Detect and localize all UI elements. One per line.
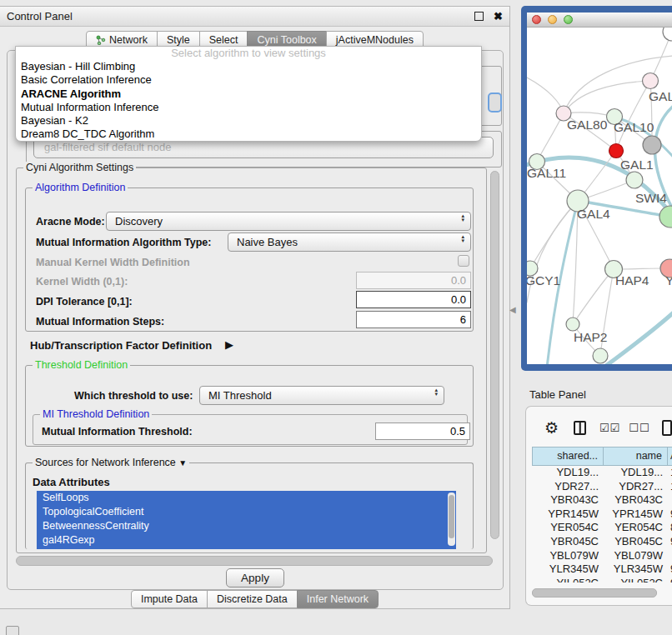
table-row[interactable]: YDL19... YDL19... 13 [532, 466, 672, 480]
table-row[interactable]: YDR27... YDR27... 12 [532, 480, 672, 494]
algorithm-option[interactable]: Basic Correlation Inference [16, 73, 481, 87]
cell: YLR345W [604, 562, 668, 577]
algorithm-option[interactable]: Mutual Information Inference [16, 101, 481, 114]
settings-horizontal-scrollbar-thumb[interactable] [16, 556, 493, 566]
list-item[interactable]: BetweennessCentrality [37, 519, 456, 533]
mi-type-combo[interactable]: Naive Bayes ▴▾ [228, 232, 471, 252]
columns-icon[interactable] [574, 421, 586, 435]
aracne-mode-label: Aracne Mode: [36, 216, 105, 228]
column-header-name[interactable]: name [604, 447, 668, 466]
table-row[interactable]: YIL052C YIL052C 9 [532, 577, 672, 582]
tab-infer-network[interactable]: Infer Network [297, 590, 379, 608]
column-header-partial[interactable]: A [668, 447, 672, 466]
window-zoom-icon[interactable] [564, 15, 573, 24]
cell: YDR27... [532, 480, 604, 494]
table-row[interactable]: YPR145W YPR145W 9. [532, 508, 672, 522]
algorithm-option-selected[interactable]: ARACNE Algorithm [16, 88, 481, 101]
network-view-window: GAL GAL80 GAL10 GAL1 GAL11 SWI4 GAL4 GCY… [521, 6, 672, 371]
mi-threshold-label: Mutual Information Threshold: [42, 426, 193, 438]
tab-discretize-data-label: Discretize Data [217, 591, 288, 608]
float-window-icon[interactable] [474, 12, 484, 21]
table-row[interactable]: YBR043C YBR043C [532, 493, 672, 508]
algorithm-option[interactable]: Bayesian - Hill Climbing [16, 60, 481, 73]
tab-discretize-data[interactable]: Discretize Data [207, 590, 298, 608]
node-GAL1-selected[interactable] [609, 144, 624, 158]
list-scrollbar-thumb[interactable] [449, 495, 454, 538]
which-threshold-combo[interactable]: MI Threshold ▴▾ [199, 386, 444, 405]
cell: 9. [668, 508, 672, 522]
list-scrollbar[interactable] [448, 492, 455, 546]
mi-threshold-definition-group: MI Threshold Definition Mutual Informati… [33, 414, 468, 445]
list-item[interactable]: SelfLoops [37, 491, 456, 505]
table-horizontal-scrollbar[interactable] [532, 588, 665, 598]
node-gray[interactable] [643, 136, 661, 154]
settings-horizontal-scrollbar[interactable] [16, 556, 493, 566]
minimized-panel-icon[interactable] [6, 626, 19, 635]
node[interactable] [643, 73, 659, 89]
column-header-shared-name[interactable]: shared... [532, 447, 604, 466]
close-icon[interactable]: ✖ [494, 12, 503, 21]
algorithm-definition-legend: Algorithm Definition [33, 182, 128, 193]
cell: YER054C [604, 521, 668, 535]
node-label: GAL4 [577, 207, 610, 221]
dpi-tolerance-label: DPI Tolerance [0,1]: [36, 296, 133, 308]
mi-threshold-input[interactable]: 0.5 [375, 422, 470, 440]
panel-divider-collapse-icon[interactable]: ◀ [509, 305, 516, 314]
node[interactable] [626, 172, 643, 188]
edge [604, 311, 672, 364]
combo-stepper-icon: ▴▾ [461, 234, 464, 242]
collapse-down-icon[interactable]: ▼ [178, 458, 187, 468]
tab-impute-data[interactable]: Impute Data [131, 590, 208, 608]
algorithm-option[interactable]: Bayesian - K2 [16, 114, 481, 128]
network-window-titlebar[interactable] [527, 12, 672, 28]
node-SWI4[interactable] [659, 206, 672, 228]
table-row[interactable]: YER054C YER054C 8. [532, 521, 672, 535]
dpi-tolerance-input[interactable]: 0.0 [356, 291, 471, 308]
table-horizontal-scrollbar-thumb[interactable] [532, 588, 657, 598]
cell: YBL079W [604, 549, 668, 563]
document-icon[interactable] [662, 420, 672, 436]
settings-vertical-scrollbar[interactable] [489, 169, 500, 550]
cell: 8. [668, 521, 672, 535]
expand-right-icon[interactable]: ▶ [225, 338, 233, 351]
algorithm-option[interactable]: Dream8 DC_TDC Algorithm [16, 128, 481, 141]
focused-combo-fragment[interactable] [488, 92, 502, 112]
cyni-algorithm-settings-legend: Cyni Algorithm Settings [23, 162, 136, 173]
cell: YIL052C [532, 577, 604, 582]
node-label: GAL11 [527, 166, 566, 180]
select-all-checks-icon[interactable]: ☑☑ [599, 422, 620, 434]
network-graph: GAL GAL80 GAL10 GAL1 GAL11 SWI4 GAL4 GCY… [527, 28, 672, 364]
table-panel-title: Table Panel [529, 388, 586, 401]
table-row[interactable]: YBR045C YBR045C 9. [532, 535, 672, 549]
list-item[interactable]: TopologicalCoefficient [37, 505, 456, 519]
node-HAP2[interactable] [566, 318, 579, 331]
window-close-icon[interactable] [532, 15, 541, 24]
aracne-mode-combo[interactable]: Discovery ▴▾ [106, 212, 471, 231]
algorithm-definition-group: Algorithm Definition Aracne Mode: Discov… [25, 188, 474, 332]
mi-steps-input[interactable]: 6 [356, 311, 471, 328]
cell: YBR045C [604, 535, 668, 549]
node-label: Y [665, 273, 672, 288]
sources-legend: Sources for Network Inference ▼ [33, 457, 189, 468]
node[interactable] [663, 28, 672, 41]
node-label: GAL1 [620, 158, 654, 172]
cell: YBR043C [532, 493, 604, 508]
mi-threshold-definition-legend: MI Threshold Definition [40, 408, 152, 420]
gear-icon[interactable]: ⚙ [544, 420, 559, 436]
window-minimize-icon[interactable] [548, 15, 557, 24]
sources-group: Sources for Network Inference ▼ Data Att… [25, 462, 474, 549]
cell: 13 [668, 466, 672, 480]
kernel-width-input[interactable]: 0.0 [356, 272, 471, 289]
settings-vertical-scrollbar-thumb[interactable] [490, 171, 499, 539]
apply-button[interactable]: Apply [226, 568, 284, 588]
node[interactable] [593, 348, 608, 363]
list-item[interactable]: gal4RGexp [37, 533, 456, 548]
data-attributes-list[interactable]: SelfLoops TopologicalCoefficient Between… [37, 491, 456, 549]
network-canvas[interactable]: GAL GAL80 GAL10 GAL1 GAL11 SWI4 GAL4 GCY… [527, 28, 672, 364]
cell: YLR345W [532, 562, 604, 577]
table-row[interactable]: YLR345W YLR345W 9. [532, 562, 672, 577]
manual-kernel-checkbox[interactable] [458, 255, 469, 267]
deselect-all-boxes-icon[interactable]: ☐☐ [629, 422, 649, 434]
table-row[interactable]: YBL079W YBL079W [532, 549, 672, 563]
mi-steps-label: Mutual Information Steps: [36, 316, 164, 328]
